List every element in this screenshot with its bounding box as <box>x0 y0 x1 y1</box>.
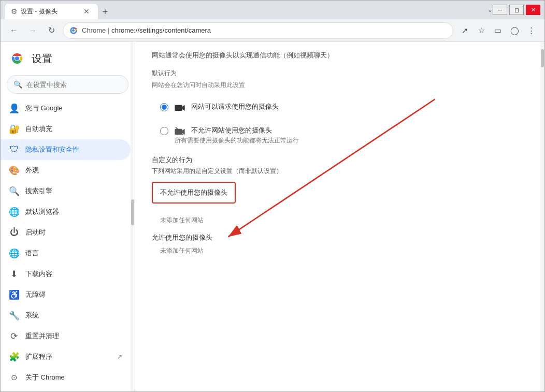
content-area: 网站通常会使用您的摄像头以实现通信功能（例如视频聊天） 默认行为 网站会在您访问… <box>135 42 544 391</box>
sidebar-item-autofill[interactable]: 🔐 自动填充 <box>1 119 131 139</box>
default-behavior-label: 默认行为 <box>152 69 528 78</box>
minimize-button[interactable]: ─ <box>493 5 507 15</box>
chrome-address-icon <box>69 26 78 35</box>
sidebar-item-label: 启动时 <box>25 228 46 237</box>
radio-block: 不允许网站使用您的摄像头 所有需要使用摄像头的功能都将无法正常运行 <box>152 120 528 151</box>
sidebar-item-label: 语言 <box>25 249 39 258</box>
sidebar-item-system[interactable]: 🔧 系统 <box>1 305 131 326</box>
svg-point-2 <box>73 30 75 32</box>
search-bar[interactable]: 🔍 <box>7 75 128 94</box>
external-link-icon: ↗ <box>117 353 122 360</box>
nav-action-buttons: ➚ ☆ ▭ ◯ ⋮ <box>457 23 538 38</box>
svg-marker-7 <box>182 105 185 110</box>
radio-allow-content: 网站可以请求使用您的摄像头 <box>175 102 279 111</box>
active-tab[interactable]: ⚙ 设置 - 摄像头 ✕ <box>5 4 98 19</box>
settings-page-title: 设置 <box>32 52 52 66</box>
forward-button[interactable]: → <box>25 23 40 38</box>
close-button[interactable]: ✕ <box>526 5 540 15</box>
svg-rect-6 <box>175 105 182 110</box>
radio-block-content: 不允许网站使用您的摄像头 所有需要使用摄像头的功能都将无法正常运行 <box>175 126 299 145</box>
radio-allow: 网站可以请求使用您的摄像头 <box>152 96 528 118</box>
chrome-logo <box>9 50 25 67</box>
accessibility-icon: ♿ <box>9 289 19 300</box>
share-button[interactable]: ➚ <box>457 23 472 38</box>
radio-block-icon-wrap: 不允许网站使用您的摄像头 <box>175 126 299 135</box>
back-button[interactable]: ← <box>7 23 21 38</box>
sidebar-item-appearance[interactable]: 🎨 外观 <box>1 160 131 181</box>
sidebar-item-label: 重置并清理 <box>25 331 59 341</box>
custom-behavior-sub: 下列网站采用的是自定义设置（而非默认设置） <box>152 167 528 176</box>
sidebar-item-language[interactable]: 🌐 语言 <box>1 243 131 264</box>
sidebar-item-label: 隐私设置和安全性 <box>25 145 79 154</box>
sidebar-scrollbar-thumb[interactable] <box>131 199 134 225</box>
no-site-blocked-text: 未添加任何网站 <box>160 216 528 225</box>
sidebar-item-label: 您与 Google <box>25 104 63 113</box>
tablet-button[interactable]: ▭ <box>491 23 505 38</box>
sidebar-item-label: 系统 <box>25 311 39 320</box>
browser-window: ⚙ 设置 - 摄像头 ✕ + ⌄ ─ ◻ ✕ ← → ↻ <box>0 0 545 392</box>
sidebar-item-extensions[interactable]: 🧩 扩展程序 ↗ <box>1 346 131 367</box>
sidebar: 设置 🔍 👤 您与 Google 🔐 自动填充 🛡 隐私设置和安全性 <box>1 42 135 391</box>
radio-block-label: 不允许网站使用您的摄像头 <box>191 126 272 135</box>
tab-close-button[interactable]: ✕ <box>81 6 92 17</box>
reset-icon: ⟳ <box>9 331 19 341</box>
sidebar-item-reset[interactable]: ⟳ 重置并清理 <box>1 326 131 346</box>
blocked-box: 不允许使用您的摄像头 <box>152 182 236 204</box>
camera-description: 网站通常会使用您的摄像头以实现通信功能（例如视频聊天） <box>152 50 528 61</box>
allow-section-title: 允许使用您的摄像头 <box>152 233 528 242</box>
sidebar-item-google-account[interactable]: 👤 您与 Google <box>1 98 131 119</box>
sidebar-item-label: 扩展程序 <box>25 352 52 361</box>
sidebar-item-label: 无障碍 <box>25 290 46 299</box>
radio-block-sublabel: 所有需要使用摄像头的功能都将无法正常运行 <box>175 136 299 145</box>
camera-blocked-icon <box>175 126 185 135</box>
menu-button[interactable]: ⋮ <box>524 23 538 38</box>
globe-icon: 🌐 <box>9 248 19 258</box>
content-inner: 网站通常会使用您的摄像头以实现通信功能（例如视频聊天） 默认行为 网站会在您访问… <box>135 42 544 280</box>
radio-allow-input[interactable] <box>160 103 168 111</box>
sidebar-item-accessibility[interactable]: ♿ 无障碍 <box>1 284 131 305</box>
sidebar-item-label: 外观 <box>25 166 39 175</box>
sidebar-item-downloads[interactable]: ⬇ 下载内容 <box>1 264 131 284</box>
content-scrollbar-track <box>540 42 544 391</box>
blocked-section-title: 不允许使用您的摄像头 <box>160 188 227 196</box>
shield-icon: 🛡 <box>9 144 19 155</box>
power-icon: ⏻ <box>9 227 19 238</box>
new-tab-button[interactable]: + <box>98 5 112 19</box>
system-icon: 🔧 <box>9 310 19 321</box>
sidebar-item-search[interactable]: 🔍 搜索引擎 <box>1 181 131 201</box>
radio-block-input[interactable] <box>160 127 168 135</box>
sidebar-item-about[interactable]: ⊙ 关于 Chrome <box>1 367 131 388</box>
palette-icon: 🎨 <box>9 165 19 176</box>
address-text: Chrome | chrome://settings/content/camer… <box>82 26 447 34</box>
reload-button[interactable]: ↻ <box>44 23 59 38</box>
search-input[interactable] <box>26 81 122 89</box>
tab-dropdown-button[interactable]: ⌄ <box>487 6 493 13</box>
profile-button[interactable]: ◯ <box>507 23 522 38</box>
tab-strip: ⚙ 设置 - 摄像头 ✕ + <box>5 1 483 19</box>
search-wrap: 🔍 <box>1 71 135 98</box>
sidebar-item-label: 自动填充 <box>25 124 52 134</box>
sidebar-item-default-browser[interactable]: 🌐 默认浏览器 <box>1 201 131 222</box>
tab-title: 设置 - 摄像头 <box>21 7 78 16</box>
settings-header: 设置 <box>1 42 135 71</box>
search-engine-icon: 🔍 <box>9 186 19 196</box>
sidebar-item-label: 下载内容 <box>25 269 52 279</box>
browser-icon: 🌐 <box>9 207 19 217</box>
sidebar-item-startup[interactable]: ⏻ 启动时 <box>1 222 131 243</box>
sidebar-scrollbar-track <box>131 42 135 391</box>
tab-favicon: ⚙ <box>11 7 18 16</box>
window-controls: ─ ◻ ✕ <box>493 5 540 15</box>
address-bar[interactable]: Chrome | chrome://settings/content/camer… <box>63 22 453 39</box>
camera-allow-icon <box>175 103 185 111</box>
restore-button[interactable]: ◻ <box>509 5 524 15</box>
bookmark-button[interactable]: ☆ <box>474 23 489 38</box>
svg-point-5 <box>15 56 19 61</box>
puzzle-icon: 🧩 <box>9 352 19 362</box>
custom-behavior-section: 自定义的行为 下列网站采用的是自定义设置（而非默认设置） 不允许使用您的摄像头 … <box>152 155 528 255</box>
sidebar-item-privacy[interactable]: 🛡 隐私设置和安全性 <box>1 139 131 160</box>
radio-allow-label: 网站可以请求使用您的摄像头 <box>191 102 279 111</box>
title-bar: ⚙ 设置 - 摄像头 ✕ + ⌄ ─ ◻ ✕ <box>1 1 544 19</box>
shield-key-icon: 🔐 <box>9 124 19 134</box>
main-content: 设置 🔍 👤 您与 Google 🔐 自动填充 🛡 隐私设置和安全性 <box>1 42 544 391</box>
content-scrollbar-thumb[interactable] <box>541 49 544 67</box>
